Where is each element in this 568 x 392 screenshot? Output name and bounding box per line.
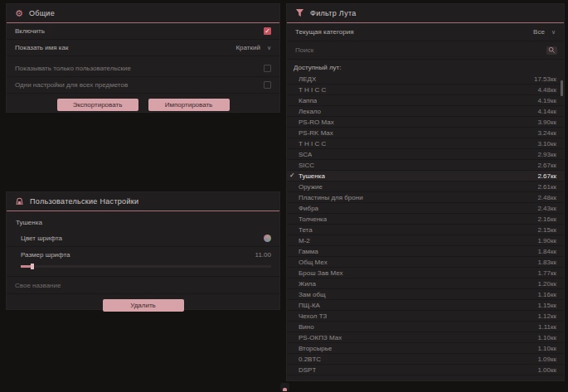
loot-item-name: DSPT	[299, 366, 316, 374]
list-item[interactable]: М-2 1.90кк	[287, 235, 564, 246]
list-item[interactable]: Пластины для брони 2.48кк	[287, 192, 564, 203]
loot-item-value: 17.53кк	[534, 75, 556, 83]
list-item[interactable]: SICC 2.67кк	[287, 160, 564, 171]
list-item[interactable]: ✓ Тушенка 2.67кк	[287, 171, 564, 181]
list-item[interactable]: Фибра 2.43кк	[287, 203, 564, 214]
list-item[interactable]: SCA 2.93кк	[287, 149, 564, 160]
loot-item-value: 1.77кк	[537, 269, 556, 277]
list-item[interactable]: 0.2BTC 1.09кк	[287, 354, 564, 365]
list-item[interactable]: Лекало 4.14кк	[287, 106, 564, 117]
loot-item-name: Каппа	[299, 97, 317, 104]
list-item[interactable]: T H I C C 3.10кк	[287, 138, 564, 149]
font-size-slider[interactable]	[21, 263, 271, 270]
list-item[interactable]: Чехол ТЗ 1.12кк	[287, 311, 564, 322]
scrollbar-thumb[interactable]	[561, 80, 563, 96]
loot-item-name: М-2	[299, 237, 310, 244]
list-item[interactable]: Вино 1.11кк	[287, 322, 564, 332]
loot-item-value: 3.10кк	[537, 140, 556, 148]
search-input[interactable]	[295, 46, 546, 54]
loot-item-value: 1.10кк	[537, 345, 556, 352]
drag-handle-dot	[283, 388, 287, 391]
font-size-label: Размер шрифта	[21, 251, 70, 259]
list-item[interactable]: PS-RK Max 3.24кк	[287, 128, 564, 138]
loot-item-name: Чехол ТЗ	[299, 312, 327, 320]
color-wheel-icon[interactable]	[264, 235, 271, 242]
list-item[interactable]: Толченка 2.16кк	[287, 214, 564, 225]
loot-item-value: 4.14кк	[537, 108, 556, 115]
list-item[interactable]: Жила 1.20кк	[287, 278, 564, 289]
loot-item-name: 0.2BTC	[299, 356, 321, 363]
loot-item-name: Фибра	[299, 205, 318, 212]
loot-item-name: PS-RO Max	[299, 119, 334, 126]
loot-item-value: 3.90кк	[537, 119, 556, 126]
loot-item-name: SCA	[299, 151, 312, 158]
loot-item-name: Вторсырье	[299, 345, 332, 352]
loot-item-name: Брош Зав Мех	[299, 269, 343, 277]
loot-item-value: 1.11кк	[538, 323, 556, 331]
export-button[interactable]: Экспортировать	[57, 99, 138, 111]
window-drag-handle[interactable]	[280, 383, 289, 391]
custom-name-input[interactable]	[15, 282, 271, 289]
loot-item-value: 2.93кк	[537, 151, 556, 158]
list-item[interactable]: Вторсырье 1.10кк	[287, 343, 564, 354]
delete-row: Удалить	[7, 299, 279, 312]
show-name-dropdown[interactable]: Краткий ∨	[235, 44, 271, 51]
list-item[interactable]: ЛЕДХ 17.53кк	[287, 74, 564, 85]
loot-item-name: Зам общ	[299, 291, 326, 298]
loot-list: ЛЕДХ 17.53кк T H I C C 4.48кк Каппа 4.19…	[287, 74, 564, 375]
loot-item-name: Гамма	[299, 248, 318, 255]
loot-item-name: Лекало	[299, 108, 321, 115]
same-settings-row: Одни настройки для всех предметов	[7, 77, 279, 94]
search-icon[interactable]	[546, 46, 557, 55]
loot-item-value: 2.16кк	[537, 215, 556, 223]
loot-item-name: Тушенка	[299, 172, 325, 180]
loot-item-name: ПЩ-КА	[299, 302, 320, 309]
list-item[interactable]: Брош Зав Мех 1.77кк	[287, 268, 564, 278]
list-item[interactable]: ПЩ-КА 1.15кк	[287, 300, 564, 311]
show-name-row: Показать имя как Краткий ∨	[7, 40, 279, 56]
search-row	[287, 41, 564, 60]
general-panel-title: Общие	[29, 9, 55, 17]
loot-item-value: 2.48кк	[537, 194, 556, 201]
category-dropdown-value: Все	[533, 28, 545, 36]
slider-track[interactable]	[21, 265, 271, 268]
loot-item-value: 2.67кк	[537, 172, 556, 180]
loot-filter-panel-title: Фильтр Лута	[310, 9, 357, 17]
loot-item-value: 1.84кк	[537, 248, 556, 255]
import-button[interactable]: Импортировать	[148, 99, 230, 111]
list-item[interactable]: DSPT 1.00кк	[287, 365, 564, 375]
same-settings-checkbox[interactable]	[264, 81, 271, 89]
list-item[interactable]: Тета 2.15кк	[287, 225, 564, 235]
loot-item-name: ЛЕДХ	[299, 75, 316, 83]
only-custom-checkbox[interactable]	[264, 65, 271, 72]
show-name-label: Показать имя как	[15, 44, 68, 51]
delete-button[interactable]: Удалить	[103, 299, 184, 312]
loot-item-name: T H I C C	[299, 86, 326, 94]
slider-handle[interactable]	[31, 264, 34, 269]
list-item[interactable]: PS-RO Max 3.90кк	[287, 117, 564, 128]
loot-item-value: 1.83кк	[537, 259, 556, 266]
loot-item-value: 1.10кк	[537, 334, 556, 341]
list-item[interactable]: Гамма 1.84кк	[287, 246, 564, 257]
enable-checkbox[interactable]: ✓	[264, 27, 271, 35]
loot-item-value: 1.16кк	[537, 291, 556, 298]
custom-settings-panel-title: Пользовательские Настройки	[30, 197, 138, 206]
list-item[interactable]: Общ Мех 1.83кк	[287, 257, 564, 268]
list-item[interactable]: PS-ОКПЗ Max 1.10кк	[287, 332, 564, 343]
selected-item-section[interactable]: Тушенка	[7, 211, 279, 230]
loot-item-value: 1.90кк	[537, 237, 556, 244]
category-row: Текущая категория Все ∨	[287, 23, 564, 41]
only-custom-label: Показывать только пользовательские	[15, 65, 131, 72]
available-loot-label: Доступный лут:	[287, 60, 564, 74]
loot-filter-panel: Фильтр Лута Текущая категория Все ∨ Дост…	[286, 3, 565, 381]
loot-item-name: PS-RK Max	[299, 129, 333, 137]
list-item[interactable]: Каппа 4.19кк	[287, 95, 564, 106]
loot-item-name: SICC	[299, 162, 314, 169]
list-item[interactable]: Зам общ 1.16кк	[287, 289, 564, 300]
list-item[interactable]: Оружие 2.61кк	[287, 181, 564, 192]
loot-item-value: 4.48кк	[537, 86, 556, 94]
loot-item-value: 2.67кк	[537, 162, 556, 169]
list-item[interactable]: T H I C C 4.48кк	[287, 85, 564, 95]
category-dropdown[interactable]: Все ∨	[533, 28, 556, 36]
selected-item-name: Тушенка	[16, 219, 42, 226]
